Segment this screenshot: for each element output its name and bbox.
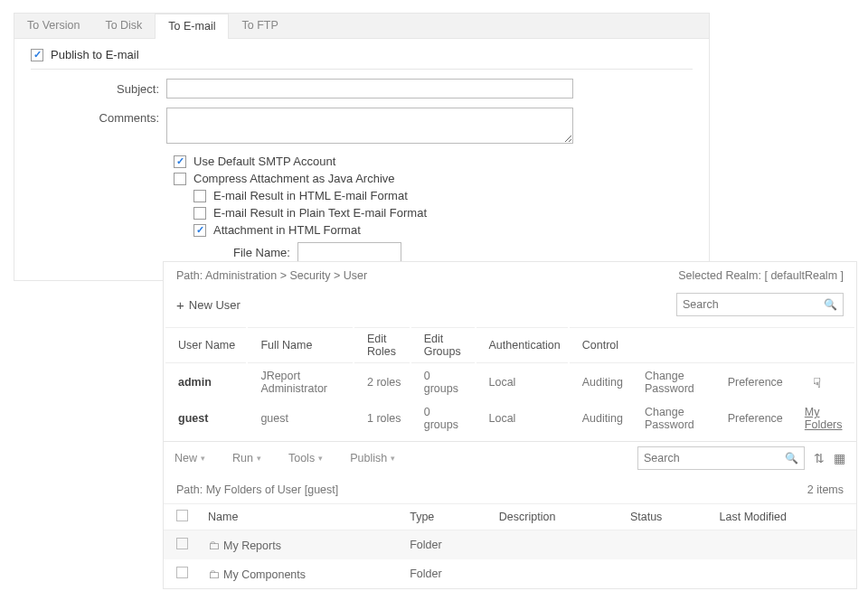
chevron-down-icon: ▾ <box>201 454 205 463</box>
publish-menu-button[interactable]: Publish▾ <box>350 452 395 464</box>
col-desc[interactable]: Description <box>486 504 618 530</box>
item-count: 2 items <box>807 483 844 496</box>
table-row[interactable]: 🗀My ReportsFolder <box>164 530 856 560</box>
attach-html-checkbox[interactable] <box>193 224 206 237</box>
cell-groups[interactable]: 0 groups <box>411 401 475 436</box>
cell-desc <box>486 559 618 588</box>
folder-table: Name Type Description Status Last Modifi… <box>164 503 856 588</box>
table-row[interactable]: 🗀My ComponentsFolder <box>164 559 856 588</box>
plus-icon: + <box>176 297 184 313</box>
select-all-checkbox[interactable] <box>176 510 188 521</box>
row-checkbox[interactable] <box>176 538 188 549</box>
cell-fullname: JReport Administrator <box>248 365 353 399</box>
tab-to-version[interactable]: To Version <box>14 14 92 38</box>
row-checkbox[interactable] <box>176 567 188 578</box>
cell-groups[interactable]: 0 groups <box>411 365 475 399</box>
cell-status <box>618 559 707 588</box>
smtp-default-checkbox[interactable] <box>174 155 186 168</box>
search-icon: 🔍 <box>824 298 837 311</box>
result-html-label: E-mail Result in HTML E-mail Format <box>213 189 408 202</box>
tools-menu-button[interactable]: Tools▾ <box>288 452 323 464</box>
browser-path-label: Path: My Folders of User [guest] <box>176 483 338 496</box>
col-editroles[interactable]: Edit Roles <box>354 327 410 363</box>
col-username[interactable]: User Name <box>165 327 246 363</box>
cell-auth: Local <box>476 365 568 399</box>
search-icon: 🔍 <box>785 452 798 464</box>
col-modified[interactable]: Last Modified <box>707 504 856 530</box>
grid-view-icon[interactable]: ▦ <box>834 451 845 465</box>
cell-modified <box>707 530 856 560</box>
table-row[interactable]: guestguest1 roles0 groupsLocalAuditingCh… <box>165 401 854 436</box>
cell-roles[interactable]: 2 roles <box>354 365 410 399</box>
cell-type: Folder <box>397 530 486 560</box>
cell-auditing[interactable]: Auditing <box>570 365 630 399</box>
cell-changepw[interactable]: Change Password <box>632 401 713 436</box>
tab-to-ftp[interactable]: To FTP <box>229 14 290 38</box>
cell-name[interactable]: 🗀My Reports <box>195 530 397 560</box>
comments-label: Comments: <box>31 108 166 144</box>
publish-email-checkbox[interactable] <box>31 49 43 61</box>
cell-myfolders[interactable]: My Folders <box>792 401 854 436</box>
compress-java-checkbox[interactable] <box>174 173 186 185</box>
publish-email-panel: To Version To Disk To E-mail To FTP Publ… <box>14 13 710 281</box>
col-fullname[interactable]: Full Name <box>248 327 353 363</box>
tab-to-disk[interactable]: To Disk <box>92 14 155 38</box>
cell-auditing[interactable]: Auditing <box>570 401 630 436</box>
new-user-label: New User <box>189 298 241 312</box>
breadcrumb: Path: Administration > Security > User <box>176 269 367 282</box>
folder-icon: 🗀 <box>208 568 220 581</box>
cell-type: Folder <box>397 559 486 588</box>
cell-preference[interactable]: Preference <box>715 365 790 399</box>
chevron-down-icon: ▾ <box>318 454 323 463</box>
folder-icon: 🗀 <box>208 539 220 552</box>
user-search-input[interactable] <box>683 298 818 311</box>
cell-changepw[interactable]: Change Password <box>632 365 713 399</box>
cell-roles[interactable]: 1 roles <box>354 401 410 436</box>
new-user-button[interactable]: + New User <box>176 297 241 313</box>
publish-tabbar: To Version To Disk To E-mail To FTP <box>14 14 709 39</box>
attach-html-label: Attachment in HTML Format <box>213 223 361 237</box>
col-name[interactable]: Name <box>195 504 397 530</box>
chevron-down-icon: ▾ <box>257 454 261 463</box>
col-type[interactable]: Type <box>397 504 486 530</box>
cell-fullname: guest <box>248 401 353 436</box>
col-control[interactable]: Control <box>570 327 854 363</box>
cell-username[interactable]: admin <box>165 365 246 399</box>
subject-label: Subject: <box>31 79 166 98</box>
filename-label: File Name: <box>233 246 290 259</box>
cell-status <box>618 530 707 560</box>
cell-name[interactable]: 🗀My Components <box>195 559 397 588</box>
cell-modified <box>707 559 856 588</box>
cell-username[interactable]: guest <box>165 401 246 436</box>
cell-preference[interactable]: Preference <box>715 401 790 436</box>
col-auth[interactable]: Authentication <box>476 327 568 363</box>
smtp-default-label: Use Default SMTP Account <box>193 155 335 168</box>
user-search-box[interactable]: 🔍 <box>676 293 844 316</box>
folder-browser-panel: New▾ Run▾ Tools▾ Publish▾ 🔍 ⇅ ▦ Path: My… <box>163 441 857 589</box>
table-row[interactable]: adminJReport Administrator2 roles0 group… <box>165 365 854 399</box>
run-menu-button[interactable]: Run▾ <box>232 452 261 464</box>
result-html-checkbox[interactable] <box>193 190 206 202</box>
cell-myfolders[interactable] <box>792 365 854 399</box>
filename-input[interactable] <box>297 242 401 262</box>
sort-icon[interactable]: ⇅ <box>814 451 825 465</box>
result-plain-label: E-mail Result in Plain Text E-mail Forma… <box>213 206 427 220</box>
cell-desc <box>486 530 618 560</box>
col-status[interactable]: Status <box>618 504 707 530</box>
compress-java-label: Compress Attachment as Java Archive <box>193 172 395 185</box>
col-editgroups[interactable]: Edit Groups <box>411 327 475 363</box>
chevron-down-icon: ▾ <box>391 454 395 463</box>
tab-to-email[interactable]: To E-mail <box>155 14 229 39</box>
publish-email-label: Publish to E-mail <box>51 48 139 61</box>
subject-input[interactable] <box>166 79 573 98</box>
users-panel: Path: Administration > Security > User S… <box>163 261 857 442</box>
new-menu-button[interactable]: New▾ <box>175 452 205 464</box>
selected-realm: Selected Realm: [ defaultRealm ] <box>678 269 844 282</box>
result-plain-checkbox[interactable] <box>193 207 206 220</box>
browser-search-box[interactable]: 🔍 <box>637 446 805 470</box>
browser-search-input[interactable] <box>644 452 779 464</box>
comments-textarea[interactable] <box>166 108 573 144</box>
cell-auth: Local <box>476 401 568 436</box>
